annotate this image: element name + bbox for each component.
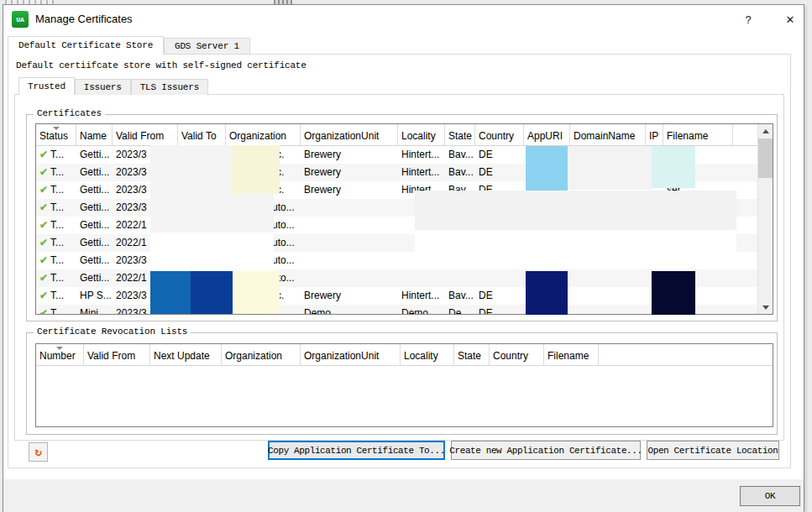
cell-name: Getti... — [76, 252, 113, 269]
column-header-state[interactable]: State — [454, 344, 490, 365]
refresh-button[interactable]: ↻ — [29, 442, 48, 462]
cell-status: ✔T... — [36, 164, 76, 181]
tab-trusted[interactable]: Trusted — [18, 77, 75, 95]
window-title: Manage Certificates — [35, 13, 133, 25]
cell-locality — [398, 269, 445, 287]
certificates-group-label: Certificates — [34, 108, 105, 118]
sort-indicator-icon — [53, 127, 60, 130]
column-header-label: Locality — [404, 350, 438, 362]
cell-country: DE — [475, 146, 524, 164]
scrollbar-thumb[interactable] — [758, 138, 773, 178]
close-icon[interactable]: ✕ — [778, 10, 803, 29]
cell-status: ✔T... — [36, 269, 76, 287]
column-header-label: State — [458, 350, 481, 362]
cell-organizationunit — [301, 252, 398, 269]
redaction-block — [568, 146, 652, 190]
cell-status: ✔T... — [36, 252, 76, 269]
column-header-organization[interactable]: Organization — [222, 344, 301, 365]
column-header-label: Name — [80, 130, 107, 142]
refresh-icon: ↻ — [34, 445, 41, 459]
column-header-label: Valid From — [87, 350, 135, 362]
ok-button[interactable]: OK — [740, 486, 800, 506]
cell-domainname — [570, 305, 646, 315]
column-header-organizationunit[interactable]: OrganizationUnit — [301, 124, 398, 145]
cell-organizationunit: Brewery — [301, 146, 398, 164]
redaction-block — [526, 146, 568, 191]
copy-application-certificate-button[interactable]: Copy Application Certificate To... — [268, 441, 445, 460]
sort-indicator-icon — [56, 347, 63, 350]
tab-default-certificate-store[interactable]: Default Certificate Store — [8, 36, 164, 55]
column-header-label: Organization — [225, 350, 282, 362]
tab-gds-server-1[interactable]: GDS Server 1 — [164, 38, 250, 55]
cell-locality: Hintert... — [398, 287, 445, 305]
column-header-ip[interactable]: IP — [646, 124, 663, 145]
crl-groupbox: Certificate Revocation Lists NumberValid… — [26, 332, 778, 435]
column-header-organizationunit[interactable]: OrganizationUnit — [301, 344, 401, 365]
column-header-appuri[interactable]: AppURI — [524, 124, 570, 145]
column-header-locality[interactable]: Locality — [398, 124, 445, 145]
cell-organizationunit: Demo — [301, 305, 398, 315]
column-header-country[interactable]: Country — [490, 344, 544, 365]
column-header-label: Country — [493, 350, 528, 362]
cell-name: Getti... — [76, 234, 113, 252]
cell-state: Bav... — [445, 164, 475, 181]
status-check-icon: ✔ — [39, 237, 48, 248]
status-check-icon: ✔ — [39, 254, 48, 266]
help-button[interactable]: ? — [736, 10, 761, 29]
redaction-block — [150, 232, 274, 271]
vertical-scrollbar[interactable] — [757, 124, 773, 314]
column-header-label: Next Update — [154, 350, 210, 362]
redaction-block — [652, 271, 695, 315]
cell-domainname — [570, 287, 646, 305]
title-bar[interactable]: UA Manage Certificates ? ✕ — [3, 5, 804, 33]
store-tabbar: Default Certificate StoreGDS Server 1 — [8, 36, 250, 55]
app-icon: UA — [12, 11, 29, 28]
column-header-country[interactable]: Country — [475, 124, 524, 145]
scroll-up-button[interactable] — [758, 124, 773, 138]
scrollbar-track[interactable] — [758, 138, 773, 300]
cell-organizationunit — [301, 269, 398, 287]
open-certificate-location-button[interactable]: Open Certificate Location — [647, 441, 779, 460]
crl-group-label: Certificate Revocation Lists — [34, 327, 191, 337]
column-header-valid-to[interactable]: Valid To — [178, 124, 226, 145]
certificate-kind-tabbar: TrustedIssuersTLS Issuers — [18, 77, 208, 95]
column-header-filename[interactable]: Filename — [544, 344, 599, 365]
column-header-number[interactable]: Number — [36, 344, 84, 365]
cell-domainname — [570, 269, 646, 287]
redaction-block — [232, 145, 280, 194]
cell-name: Getti... — [76, 181, 113, 199]
cell-name: Getti... — [76, 164, 113, 181]
crl-table[interactable]: NumberValid FromNext UpdateOrganizationO… — [35, 343, 773, 427]
column-header-label: State — [448, 130, 472, 142]
tab-tls-issuers[interactable]: TLS Issuers — [131, 79, 208, 95]
column-header-label: AppURI — [527, 130, 563, 142]
column-header-name[interactable]: Name — [76, 124, 113, 145]
cell-status: ✔T... — [36, 217, 76, 234]
column-header-state[interactable]: State — [445, 124, 475, 145]
cell-state: Bav... — [445, 287, 475, 305]
column-header-next-update[interactable]: Next Update — [150, 344, 222, 365]
column-header-valid-from[interactable]: Valid From — [113, 124, 178, 145]
redaction-block — [191, 271, 233, 314]
create-application-certificate-button[interactable]: Create new Application Certificate... — [451, 441, 641, 460]
column-header-label: Locality — [401, 130, 436, 142]
redaction-block — [526, 271, 568, 315]
cell-organizationunit: Brewery — [301, 164, 398, 181]
column-header-filename[interactable]: Filename — [663, 124, 733, 145]
store-description: Default certiifcate store with self-sign… — [16, 60, 306, 71]
column-header-domainname[interactable]: DomainName — [570, 124, 646, 145]
column-header-label: Organization — [229, 130, 286, 142]
column-header-valid-from[interactable]: Valid From — [84, 344, 150, 365]
column-header-label: DomainName — [574, 130, 635, 142]
cell-organizationunit: Brewery — [301, 181, 398, 199]
scroll-down-button[interactable] — [758, 300, 773, 314]
scroll-up-icon — [762, 129, 769, 133]
status-check-icon: ✔ — [39, 201, 48, 213]
column-header-label: OrganizationUnit — [304, 350, 379, 362]
column-header-locality[interactable]: Locality — [401, 344, 454, 365]
tab-issuers[interactable]: Issuers — [75, 79, 131, 95]
column-header-status[interactable]: Status — [36, 124, 76, 145]
column-header-label: Filename — [547, 350, 589, 362]
column-header-organization[interactable]: Organization — [226, 124, 301, 145]
dialog-footer — [3, 479, 804, 512]
